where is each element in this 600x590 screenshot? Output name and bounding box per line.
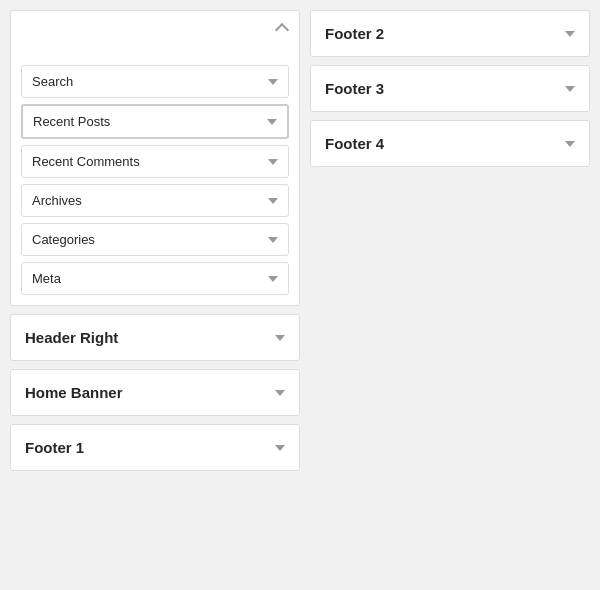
chevron-down-icon	[268, 237, 278, 243]
chevron-down-icon	[267, 119, 277, 125]
collapse-icon[interactable]	[275, 23, 289, 37]
chevron-down-icon	[268, 276, 278, 282]
widget-item-label: Meta	[32, 271, 61, 286]
sidebar-panel-title: Home Banner	[25, 384, 123, 401]
chevron-down-icon	[268, 159, 278, 165]
right-panel-title: Footer 3	[325, 80, 384, 97]
widget-item[interactable]: Meta	[21, 262, 289, 295]
sidebar-panel-title: Footer 1	[25, 439, 84, 456]
widget-item[interactable]: Categories	[21, 223, 289, 256]
chevron-down-icon	[565, 141, 575, 147]
sidebar-panel[interactable]: Home Banner	[10, 369, 300, 416]
widget-item[interactable]: Recent Comments	[21, 145, 289, 178]
widget-item-label: Categories	[32, 232, 95, 247]
primary-header	[11, 11, 299, 43]
chevron-down-icon	[268, 79, 278, 85]
chevron-down-icon	[275, 335, 285, 341]
right-panel[interactable]: Footer 2	[310, 10, 590, 57]
right-panel[interactable]: Footer 4	[310, 120, 590, 167]
widget-item[interactable]: Search	[21, 65, 289, 98]
widget-item-label: Archives	[32, 193, 82, 208]
widget-item-label: Recent Comments	[32, 154, 140, 169]
widget-item[interactable]: Archives	[21, 184, 289, 217]
right-panel-title: Footer 4	[325, 135, 384, 152]
left-column: SearchRecent PostsRecent CommentsArchive…	[10, 10, 300, 580]
right-panel[interactable]: Footer 3	[310, 65, 590, 112]
widget-list: SearchRecent PostsRecent CommentsArchive…	[11, 57, 299, 305]
chevron-down-icon	[268, 198, 278, 204]
chevron-down-icon	[565, 31, 575, 37]
right-panel-title: Footer 2	[325, 25, 384, 42]
primary-description	[11, 43, 299, 57]
widget-item-label: Search	[32, 74, 73, 89]
chevron-down-icon	[275, 445, 285, 451]
right-column: Footer 2Footer 3Footer 4	[310, 10, 590, 580]
sidebar-panel[interactable]: Footer 1	[10, 424, 300, 471]
primary-panel: SearchRecent PostsRecent CommentsArchive…	[10, 10, 300, 306]
chevron-down-icon	[565, 86, 575, 92]
sidebar-panel[interactable]: Header Right	[10, 314, 300, 361]
chevron-down-icon	[275, 390, 285, 396]
sidebar-panels: Header RightHome BannerFooter 1	[10, 314, 300, 471]
sidebar-panel-title: Header Right	[25, 329, 118, 346]
widget-item[interactable]: Recent Posts	[21, 104, 289, 139]
widget-item-label: Recent Posts	[33, 114, 110, 129]
